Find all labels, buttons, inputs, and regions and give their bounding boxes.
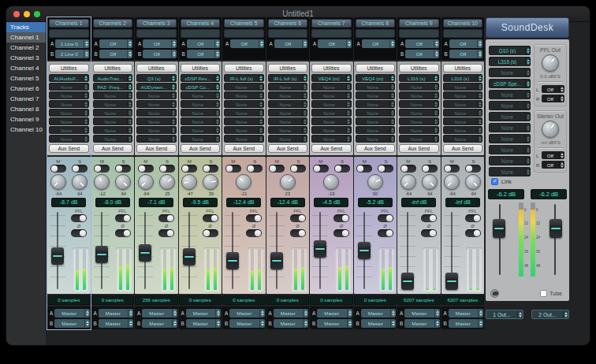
- plugin-slot[interactable]: None: [311, 109, 352, 117]
- stepper-icon[interactable]: [127, 75, 132, 81]
- plugin-slot[interactable]: None: [399, 100, 439, 108]
- stepper-icon[interactable]: [214, 84, 219, 90]
- aux-send-button[interactable]: Aux Send: [49, 144, 89, 153]
- sidebar-item[interactable]: Channel 10: [6, 124, 46, 135]
- plugin-slot[interactable]: None: [224, 117, 264, 125]
- plugin-slot[interactable]: None: [443, 91, 483, 99]
- mute-toggle[interactable]: [269, 165, 285, 173]
- solo-toggle[interactable]: [290, 165, 306, 173]
- plugin-slot[interactable]: None: [49, 83, 89, 91]
- stepper-icon[interactable]: [84, 319, 90, 328]
- stepper-icon[interactable]: [172, 319, 177, 328]
- stepper-icon[interactable]: [171, 101, 176, 107]
- output-b-select[interactable]: Master: [317, 319, 352, 328]
- plugin-slot[interactable]: None: [181, 100, 221, 108]
- plugin-slot[interactable]: None: [399, 117, 439, 125]
- plugin-slot[interactable]: AUDynam...: [136, 83, 177, 91]
- stepper-icon[interactable]: [525, 168, 530, 176]
- stepper-icon[interactable]: [127, 110, 132, 116]
- solo-toggle[interactable]: [203, 165, 218, 173]
- stepper-icon[interactable]: [477, 127, 482, 133]
- stepper-icon[interactable]: [171, 92, 176, 98]
- stepper-icon[interactable]: [302, 127, 307, 133]
- plugin-slot[interactable]: VEQ4 (m): [311, 74, 352, 82]
- pfl-toggle[interactable]: [246, 214, 262, 222]
- stepper-icon[interactable]: [127, 50, 132, 58]
- master-out-1-select[interactable]: 1 Out...: [486, 310, 523, 319]
- pfl-l-select[interactable]: Off: [542, 85, 564, 93]
- plugin-slot[interactable]: IR-L full (s): [224, 74, 264, 82]
- plugin-slot[interactable]: None: [136, 100, 177, 108]
- stepper-icon[interactable]: [434, 136, 438, 142]
- input-a-select[interactable]: Off: [274, 39, 308, 48]
- pfl-out-knob[interactable]: [542, 54, 559, 72]
- plugin-slot[interactable]: None: [399, 126, 439, 134]
- pan-knob-left[interactable]: [280, 174, 296, 190]
- plugin-slot[interactable]: None: [311, 135, 352, 143]
- output-a-select[interactable]: Master: [404, 309, 440, 318]
- stepper-icon[interactable]: [259, 319, 265, 328]
- stepper-icon[interactable]: [84, 309, 90, 318]
- utilities-button[interactable]: Utilities: [311, 64, 352, 72]
- stepper-icon[interactable]: [434, 75, 438, 81]
- plugin-slot[interactable]: Q3 (s): [136, 74, 177, 82]
- plugin-slot[interactable]: None: [356, 109, 396, 117]
- stepper-icon[interactable]: [525, 46, 530, 54]
- plugin-slot[interactable]: None: [356, 117, 396, 125]
- stepper-icon[interactable]: [259, 136, 263, 142]
- stepper-icon[interactable]: [346, 118, 351, 124]
- plugin-slot[interactable]: None: [49, 117, 89, 125]
- stepper-icon[interactable]: [171, 84, 176, 90]
- input-a-select[interactable]: Off: [143, 39, 177, 48]
- stepper-icon[interactable]: [434, 309, 440, 318]
- plugin-slot[interactable]: cDSP Co...: [181, 83, 221, 91]
- stepper-icon[interactable]: [346, 110, 351, 116]
- plugin-slot[interactable]: None: [224, 109, 264, 117]
- stepper-icon[interactable]: [346, 127, 351, 133]
- stepper-icon[interactable]: [477, 136, 482, 142]
- stepper-icon[interactable]: [302, 84, 307, 90]
- plugin-slot[interactable]: None: [93, 100, 133, 108]
- output-b-select[interactable]: Master: [54, 319, 90, 328]
- plugin-slot[interactable]: AUAudioF...: [49, 74, 89, 82]
- stepper-icon[interactable]: [259, 118, 263, 124]
- pan-knob-right[interactable]: [422, 174, 438, 190]
- stepper-icon[interactable]: [477, 39, 482, 48]
- stepper-icon[interactable]: [171, 118, 176, 124]
- stepper-icon[interactable]: [389, 110, 394, 116]
- stepper-icon[interactable]: [214, 50, 220, 58]
- stepper-icon[interactable]: [389, 136, 394, 142]
- pfl-toggle[interactable]: [158, 214, 174, 222]
- master-plugin-slot[interactable]: None: [489, 112, 531, 121]
- utilities-button[interactable]: Utilities: [49, 64, 89, 72]
- master-plugin-slot[interactable]: None: [489, 90, 531, 99]
- stepper-icon[interactable]: [259, 127, 263, 133]
- stepper-icon[interactable]: [525, 135, 530, 143]
- stepper-icon[interactable]: [303, 309, 308, 318]
- sidebar-item[interactable]: Channel 2: [6, 43, 46, 53]
- output-b-select[interactable]: Master: [361, 319, 397, 328]
- fader-handle[interactable]: [95, 246, 108, 263]
- mute-toggle[interactable]: [225, 165, 241, 173]
- stepper-icon[interactable]: [477, 84, 482, 90]
- plugin-slot[interactable]: None: [268, 109, 308, 117]
- master-plugin-slot[interactable]: cDSP Spe...: [489, 79, 531, 88]
- sidebar-item[interactable]: Channel 9: [6, 114, 46, 124]
- master-plugin-slot[interactable]: None: [489, 68, 531, 77]
- phase-toggle[interactable]: [246, 229, 262, 237]
- utilities-button[interactable]: Utilities: [356, 64, 396, 72]
- pan-knob-left[interactable]: [444, 174, 460, 190]
- plugin-slot[interactable]: None: [311, 83, 352, 91]
- plugin-slot[interactable]: None: [49, 126, 89, 134]
- close-window-button[interactable]: [13, 11, 20, 17]
- plugin-slot[interactable]: None: [49, 109, 89, 117]
- stepper-icon[interactable]: [389, 92, 394, 98]
- stepper-icon[interactable]: [259, 92, 263, 98]
- stepper-icon[interactable]: [390, 319, 396, 328]
- pfl-toggle[interactable]: [115, 214, 131, 222]
- stepper-icon[interactable]: [84, 110, 88, 116]
- plugin-slot[interactable]: None: [181, 126, 221, 134]
- plugin-slot[interactable]: None: [224, 100, 264, 108]
- input-a-select[interactable]: Off: [362, 39, 396, 48]
- stepper-icon[interactable]: [84, 118, 88, 124]
